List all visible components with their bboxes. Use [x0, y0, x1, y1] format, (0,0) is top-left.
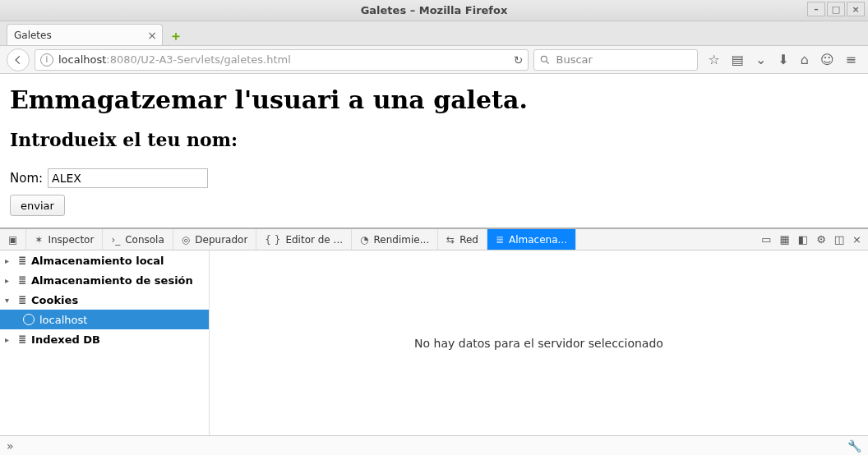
reload-icon[interactable]: ↻	[514, 53, 524, 67]
storage-main: No hay datos para el servidor selecciona…	[210, 250, 868, 435]
search-icon	[539, 54, 551, 66]
page-content: Emmagatzemar l'usuari a una galeta. Intr…	[0, 74, 868, 228]
empty-state-text: No hay datos para el servidor selecciona…	[414, 337, 663, 350]
database-icon: ≣	[18, 294, 26, 306]
devtools-tab-editor[interactable]: { }Editor de ...	[256, 229, 352, 250]
caret-right-icon: ▸	[5, 256, 13, 265]
library-icon[interactable]: ▤	[732, 52, 744, 67]
maximize-button[interactable]: □	[827, 2, 845, 16]
home-icon[interactable]: ⌂	[801, 52, 809, 67]
site-info-icon[interactable]: i	[40, 53, 53, 67]
storage-icon: ≣	[496, 234, 504, 246]
back-button[interactable]	[7, 48, 30, 71]
responsive-icon[interactable]: ▭	[761, 233, 771, 246]
console-icon: ›_	[111, 234, 120, 246]
devtools-tab-almacena[interactable]: ≣Almacena...	[487, 229, 576, 250]
pocket-icon[interactable]: ⌄	[755, 52, 766, 67]
network-icon: ⇆	[446, 234, 455, 246]
database-icon: ≣	[18, 333, 26, 345]
storage-tree: ▸≣Almacenamiento local ▸≣Almacenamiento …	[0, 250, 210, 435]
caret-right-icon: ▸	[5, 335, 13, 344]
window-titlebar: Galetes – Mozilla Firefox – □ ×	[0, 0, 868, 21]
devtools-body: ▸≣Almacenamiento local ▸≣Almacenamiento …	[0, 250, 868, 435]
console-expand-icon[interactable]: »	[7, 439, 14, 453]
tree-cookies-host[interactable]: localhost	[0, 310, 209, 329]
devtools-panel: ▣ ✶Inspector ›_Consola ◎Depurador { }Edi…	[0, 228, 868, 435]
database-icon: ≣	[18, 274, 26, 286]
inspector-icon: ✶	[35, 234, 43, 246]
page-h1: Emmagatzemar l'usuari a una galeta.	[10, 85, 858, 114]
svg-point-0	[542, 56, 547, 62]
tab-close-icon[interactable]: ×	[147, 29, 157, 42]
debugger-icon: ◎	[182, 234, 190, 246]
dock-icon[interactable]: ◧	[798, 233, 808, 246]
devtools-close-icon[interactable]: ×	[852, 233, 861, 246]
menu-icon[interactable]: ≡	[846, 52, 856, 67]
submit-button[interactable]: enviar	[10, 195, 65, 216]
smiley-icon[interactable]: ☺	[820, 52, 834, 67]
performance-icon: ◔	[360, 234, 368, 246]
devtools-tab-red[interactable]: ⇆Red	[438, 229, 487, 250]
navigation-toolbar: i localhost:8080/U2-A3-Servlets/galetes.…	[0, 46, 868, 74]
popout-icon[interactable]: ◫	[834, 233, 844, 246]
close-button[interactable]: ×	[847, 2, 865, 16]
devtools-tab-inspector[interactable]: ✶Inspector	[26, 229, 103, 250]
devtools-footer: » 🔧	[0, 435, 868, 455]
url-bar[interactable]: i localhost:8080/U2-A3-Servlets/galetes.…	[35, 49, 529, 71]
search-bar[interactable]: Buscar	[533, 49, 698, 71]
url-text: localhost:8080/U2-A3-Servlets/galetes.ht…	[58, 53, 291, 66]
new-tab-button[interactable]: ＋	[166, 27, 186, 45]
devtools-tab-consola[interactable]: ›_Consola	[103, 229, 173, 250]
style-editor-icon: { }	[265, 234, 280, 246]
page-h2: Introdueix el teu nom:	[10, 129, 858, 150]
devtools-tab-rendimie[interactable]: ◔Rendimie...	[352, 229, 438, 250]
tree-cookies[interactable]: ▾≣Cookies	[0, 290, 209, 310]
tree-session-storage[interactable]: ▸≣Almacenamiento de sesión	[0, 270, 209, 290]
nom-input[interactable]	[48, 168, 208, 188]
downloads-icon[interactable]: ⬇	[778, 52, 788, 67]
devtools-right-icons: ▭ ▦ ◧ ⚙ ◫ ×	[755, 229, 868, 250]
frame-select-icon: ▣	[8, 234, 17, 246]
tree-indexed-db[interactable]: ▸≣Indexed DB	[0, 329, 209, 349]
minimize-button[interactable]: –	[807, 2, 825, 16]
settings-icon[interactable]: ⚙	[816, 233, 826, 246]
tab-label: Galetes	[14, 30, 52, 41]
toolbar-icons: ☆ ▤ ⌄ ⬇ ⌂ ☺ ≡	[703, 52, 861, 67]
devtools-iframe-picker[interactable]: ▣	[0, 229, 26, 250]
browser-tab[interactable]: Galetes ×	[7, 24, 163, 45]
nom-label: Nom:	[10, 171, 43, 186]
sidepanel-icon[interactable]: ▦	[780, 233, 790, 246]
window-title: Galetes – Mozilla Firefox	[361, 4, 508, 16]
bookmark-star-icon[interactable]: ☆	[708, 52, 719, 67]
search-placeholder: Buscar	[556, 53, 592, 66]
browser-tabstrip: Galetes × ＋	[0, 21, 868, 46]
form-row-nom: Nom:	[10, 168, 858, 188]
database-icon: ≣	[18, 255, 26, 266]
devtools-tab-depurador[interactable]: ◎Depurador	[173, 229, 257, 250]
caret-down-icon: ▾	[5, 296, 13, 305]
arrow-left-icon	[12, 54, 24, 66]
globe-icon	[23, 314, 35, 325]
tree-local-storage[interactable]: ▸≣Almacenamiento local	[0, 250, 209, 270]
window-buttons: – □ ×	[807, 2, 865, 16]
devtools-tabbar: ▣ ✶Inspector ›_Consola ◎Depurador { }Edi…	[0, 229, 868, 250]
caret-right-icon: ▸	[5, 276, 13, 285]
toolbox-options-icon[interactable]: 🔧	[847, 439, 861, 453]
